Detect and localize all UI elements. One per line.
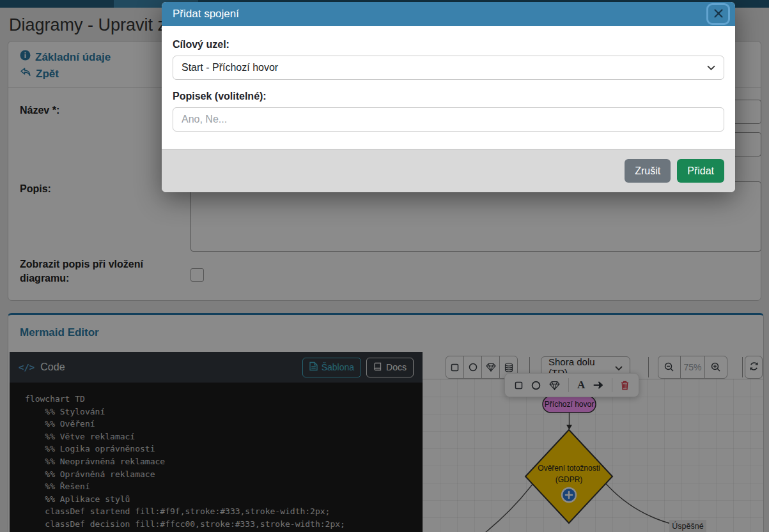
modal-body: Cílový uzel: Start - Příchozí hovor Popi… xyxy=(162,26,735,149)
close-icon xyxy=(713,8,724,20)
caption-input[interactable] xyxy=(173,107,724,132)
caption-label: Popisek (volitelné): xyxy=(173,91,724,102)
modal-header: Přidat spojení xyxy=(162,2,735,26)
submit-button[interactable]: Přidat xyxy=(677,159,724,183)
add-connection-modal: Přidat spojení Cílový uzel: Start - Příc… xyxy=(162,2,735,192)
cancel-button[interactable]: Zrušit xyxy=(625,159,671,183)
chevron-down-icon xyxy=(707,62,715,73)
app-screen: Diagramy - Upravit zá Základní údaje Zpě… xyxy=(0,0,769,532)
target-node-select[interactable]: Start - Příchozí hovor xyxy=(173,56,724,80)
modal-footer: Zrušit Přidat xyxy=(162,149,735,192)
target-node-label: Cílový uzel: xyxy=(173,39,724,50)
modal-title: Přidat spojení xyxy=(173,8,239,20)
target-node-value: Start - Příchozí hovor xyxy=(182,62,278,73)
close-button[interactable] xyxy=(706,3,730,25)
